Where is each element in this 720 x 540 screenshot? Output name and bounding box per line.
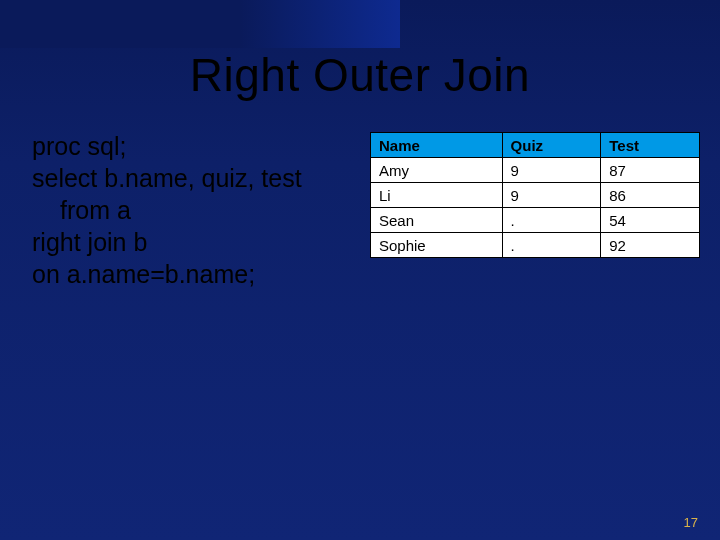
result-table: Name Quiz Test Amy 9 87 Li 9 86 Sean [370,132,700,258]
code-line-4: right join b [32,226,362,258]
cell-test: 54 [601,208,700,233]
table-row: Sophie . 92 [371,233,700,258]
title-bar-accent [0,0,400,48]
col-header-test: Test [601,133,700,158]
code-line-1: proc sql; [32,130,362,162]
code-line-2: select b.name, quiz, test [32,162,362,194]
col-header-name: Name [371,133,503,158]
table-header-row: Name Quiz Test [371,133,700,158]
table-row: Amy 9 87 [371,158,700,183]
col-header-quiz: Quiz [502,133,601,158]
cell-name: Sophie [371,233,503,258]
slide-title: Right Outer Join [0,48,720,102]
cell-quiz: . [502,208,601,233]
table-row: Sean . 54 [371,208,700,233]
page-number: 17 [684,515,698,530]
table-row: Li 9 86 [371,183,700,208]
cell-quiz: 9 [502,158,601,183]
code-line-3: from a [32,194,362,226]
cell-quiz: 9 [502,183,601,208]
slide: Right Outer Join proc sql; select b.name… [0,0,720,540]
cell-test: 86 [601,183,700,208]
cell-test: 92 [601,233,700,258]
cell-name: Sean [371,208,503,233]
cell-name: Li [371,183,503,208]
cell-name: Amy [371,158,503,183]
code-line-5: on a.name=b.name; [32,258,362,290]
code-block: proc sql; select b.name, quiz, test from… [32,130,362,290]
cell-quiz: . [502,233,601,258]
table: Name Quiz Test Amy 9 87 Li 9 86 Sean [370,132,700,258]
cell-test: 87 [601,158,700,183]
